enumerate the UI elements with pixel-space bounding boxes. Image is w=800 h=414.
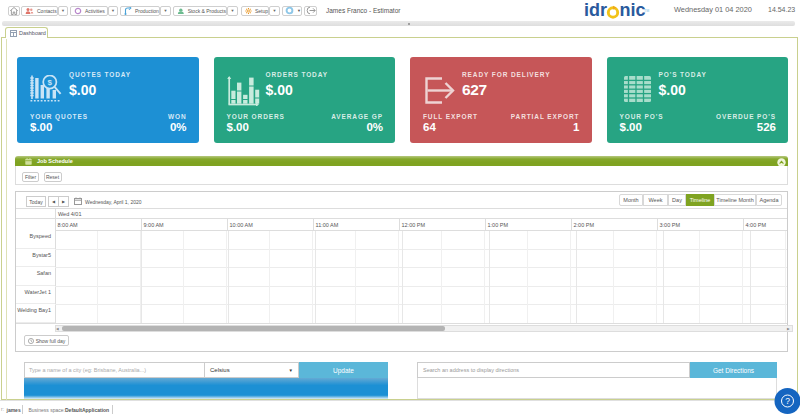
svg-text:?: ? bbox=[785, 396, 790, 406]
svg-text:$: $ bbox=[48, 78, 53, 87]
